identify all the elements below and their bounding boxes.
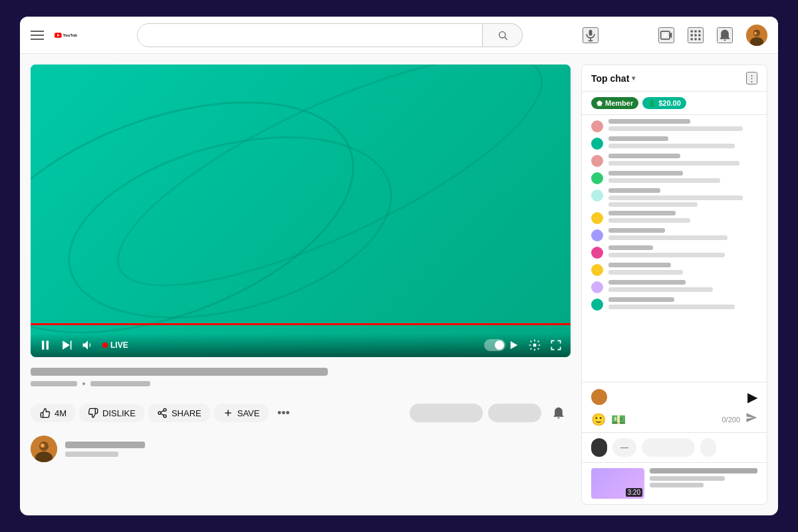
filter-chip-3[interactable] (700, 438, 716, 457)
message-username (608, 154, 680, 158)
video-player[interactable]: LIVE (31, 65, 571, 357)
live-badge: LIVE (102, 340, 128, 350)
header: YouTube (20, 17, 778, 54)
svg-text:YouTube: YouTube (63, 33, 77, 37)
message-text (608, 178, 720, 183)
filter-chip-2[interactable] (642, 438, 695, 457)
save-button[interactable]: SAVE (213, 404, 269, 422)
super-chat-button[interactable]: 💵 (611, 412, 626, 427)
search-input[interactable] (137, 23, 483, 47)
notifications-button[interactable] (717, 27, 733, 43)
super-chat-badge[interactable]: 💲 $20.00 (642, 97, 686, 109)
message-text (608, 253, 725, 257)
save-label: SAVE (237, 408, 260, 418)
rec-info (650, 468, 757, 499)
message-avatar (591, 281, 603, 293)
channel-info (65, 442, 571, 457)
message-text (608, 287, 713, 292)
chat-message (591, 245, 757, 259)
cursor-icon: ▶ (747, 389, 757, 405)
fullscreen-button[interactable] (549, 338, 563, 352)
chat-header: Top chat ▾ ⋮ (582, 65, 767, 92)
hamburger-menu[interactable] (31, 31, 44, 40)
message-avatar (591, 212, 603, 224)
toggle-thumb (495, 340, 504, 350)
chat-message (591, 280, 757, 293)
send-button[interactable] (745, 412, 757, 427)
svg-line-35 (161, 414, 164, 416)
controls-right (484, 338, 563, 352)
svg-point-34 (164, 415, 166, 418)
browser-window: YouTube (20, 17, 778, 515)
progress-filled (31, 323, 571, 325)
like-button[interactable]: 4M (31, 404, 76, 422)
svg-rect-17 (698, 34, 700, 36)
svg-rect-28 (70, 340, 72, 349)
share-label: SHARE (172, 408, 201, 418)
volume-button[interactable] (81, 338, 94, 352)
message-username (608, 188, 660, 193)
chat-dropdown-icon[interactable]: ▾ (632, 74, 635, 82)
channel-name (65, 442, 145, 448)
pause-button[interactable] (39, 338, 52, 352)
apps-button[interactable] (688, 27, 704, 43)
message-username (608, 119, 690, 124)
chat-input-area: ▶ 🙂 💵 0/200 (582, 382, 767, 432)
dislike-button[interactable]: DISLIKE (78, 404, 145, 422)
message-username (608, 280, 686, 285)
svg-marker-30 (511, 341, 518, 349)
message-avatar (591, 120, 603, 132)
filter-chip-1[interactable]: — (612, 438, 636, 457)
chat-input[interactable] (612, 388, 742, 406)
message-content (608, 228, 757, 240)
message-avatar (591, 229, 603, 241)
create-button[interactable] (658, 27, 674, 43)
live-label: LIVE (110, 340, 128, 350)
meta-separator (82, 382, 85, 385)
member-badge[interactable]: ⬟ Member (591, 97, 638, 109)
more-options-button[interactable]: ••• (271, 401, 295, 425)
settings-button[interactable] (528, 338, 541, 352)
chat-message (591, 263, 757, 276)
chat-message (591, 188, 757, 207)
message-text (608, 161, 739, 166)
filter-chip-active[interactable] (591, 438, 607, 457)
channel-avatar[interactable] (31, 436, 57, 462)
youtube-logo[interactable]: YouTube (55, 27, 77, 43)
chat-more-button[interactable]: ⋮ (746, 72, 757, 84)
svg-rect-12 (691, 30, 693, 32)
rec-title (650, 468, 757, 473)
recommended-video[interactable]: 3:20 (582, 462, 767, 504)
channel-row (31, 433, 571, 465)
youtube-logo-icon: YouTube (55, 27, 77, 43)
dislike-label: DISLIKE (102, 408, 136, 418)
message-text (608, 196, 743, 200)
svg-rect-19 (694, 38, 696, 40)
rec-meta-2 (650, 483, 704, 487)
message-username (608, 171, 683, 176)
rec-duration: 3:20 (626, 488, 642, 497)
video-meta (31, 381, 571, 386)
share-button[interactable]: SHARE (148, 404, 211, 422)
rec-meta-1 (650, 476, 725, 481)
next-button[interactable] (60, 338, 73, 352)
chat-message (591, 211, 757, 224)
chat-actions-row: 🙂 💵 0/200 (591, 412, 757, 427)
message-username (608, 211, 676, 215)
message-text (608, 126, 743, 131)
bell-button[interactable] (547, 401, 571, 425)
emoji-button[interactable]: 🙂 (591, 412, 606, 427)
user-avatar[interactable] (746, 25, 767, 46)
member-label: Member (605, 99, 633, 107)
like-count: 4M (55, 408, 66, 418)
svg-point-24 (754, 32, 757, 35)
search-button[interactable] (483, 23, 523, 47)
svg-point-31 (533, 344, 537, 347)
message-avatar (591, 138, 603, 150)
mic-button[interactable] (583, 27, 598, 43)
svg-rect-13 (694, 30, 696, 32)
message-content (608, 211, 757, 223)
progress-bar[interactable] (31, 323, 571, 325)
autoplay-toggle[interactable] (484, 339, 520, 351)
svg-marker-27 (63, 340, 70, 349)
